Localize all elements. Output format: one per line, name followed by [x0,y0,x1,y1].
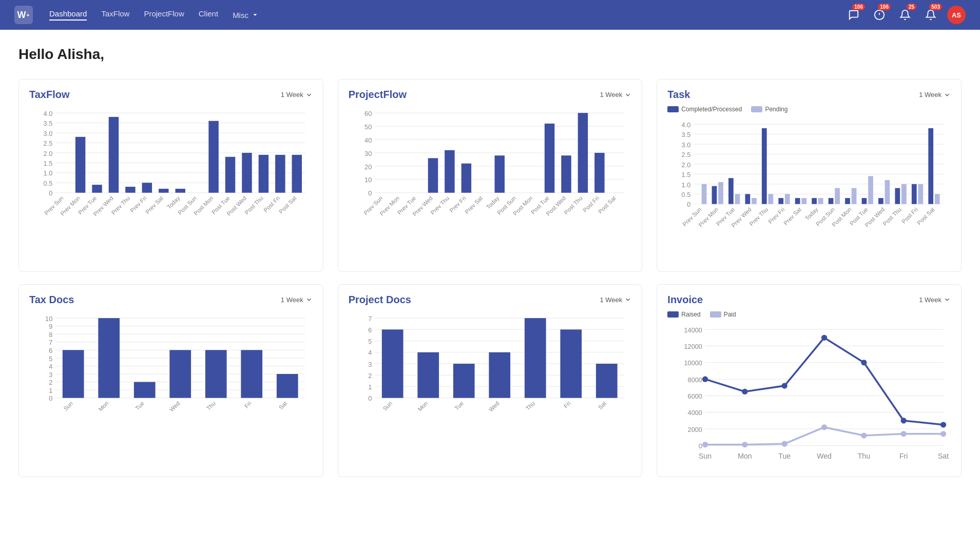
svg-text:7: 7 [368,315,372,323]
svg-text:Wed: Wed [817,452,832,460]
svg-text:Tue: Tue [134,400,145,411]
card-title-invoice: Invoice [667,294,703,306]
main-nav: W+ Dashboard TaxFlow ProjectFlow Client … [0,0,980,30]
bell2-button[interactable]: 503 [921,6,940,24]
svg-text:1: 1 [368,383,372,391]
svg-text:Fri: Fri [563,400,572,409]
chat2-button[interactable]: 106 [870,6,889,24]
period-btn-taxdocs[interactable]: 1 Week [281,296,313,304]
svg-text:Sat: Sat [278,400,289,410]
nav-taxflow[interactable]: TaxFlow [101,9,129,21]
bar-chart: 012345678910SunMonTueWedThuFriSat [29,311,313,456]
bar [208,121,218,193]
user-avatar[interactable]: AS [947,6,966,24]
card-header-projectflow: ProjectFlow1 Week [349,89,632,101]
bar [596,364,618,398]
svg-point-198 [901,418,907,423]
svg-text:1.0: 1.0 [682,181,691,189]
bar [560,329,582,398]
svg-rect-86 [728,178,734,204]
svg-text:Sat: Sat [938,452,949,460]
svg-text:10: 10 [45,315,52,323]
svg-text:Sun: Sun [381,400,393,412]
logo-icon: W+ [14,6,33,24]
svg-rect-92 [762,128,767,204]
bar-chart: 01234567SunMonTueWedThuFriSat [349,311,632,456]
bar [292,155,302,193]
svg-rect-99 [802,198,807,204]
svg-rect-90 [752,198,757,204]
svg-text:4000: 4000 [688,409,702,417]
svg-text:Sat: Sat [597,400,607,410]
svg-rect-104 [829,198,834,204]
svg-text:Post Sat: Post Sat [916,206,936,226]
legend-item: Raised [667,311,700,318]
bar [169,350,191,398]
bar [225,157,235,193]
svg-text:0: 0 [368,394,372,402]
svg-text:1.5: 1.5 [682,171,691,179]
svg-text:Tue: Tue [453,400,465,411]
svg-text:8: 8 [49,331,52,339]
svg-text:6: 6 [49,347,52,354]
period-btn-task[interactable]: 1 Week [919,91,951,98]
period-btn-projectflow[interactable]: 1 Week [600,91,631,98]
nav-misc-label: Misc [233,11,248,19]
svg-text:30: 30 [364,150,372,157]
svg-point-200 [702,442,708,447]
svg-text:4: 4 [368,349,372,357]
legend-task: Completed/ProcessedPending [667,106,951,113]
period-btn-taxflow[interactable]: 1 Week [281,91,313,98]
svg-rect-105 [835,188,840,204]
card-title-taxflow: TaxFlow [29,89,70,101]
svg-text:Prev Thu: Prev Thu [748,206,770,227]
svg-text:3.0: 3.0 [682,141,691,149]
svg-text:Prev Sat: Prev Sat [144,194,165,215]
bell1-badge: 25 [907,4,916,10]
nav-icons: 106 106 25 503 AS [844,6,966,24]
nav-client[interactable]: Client [199,9,218,21]
svg-text:1.0: 1.0 [44,169,53,177]
greeting: Hello Alisha, [18,46,962,63]
svg-point-194 [742,389,748,394]
nav-dashboard[interactable]: Dashboard [49,9,87,21]
nav-projectflow[interactable]: ProjectFlow [144,9,184,21]
svg-text:Today: Today [485,195,500,210]
svg-rect-123 [935,194,940,204]
svg-text:8000: 8000 [688,376,702,384]
svg-text:Wed: Wed [168,400,181,413]
svg-text:2: 2 [368,372,372,380]
line-chart: 02000400060008000100001200014000SunMonTu… [667,322,951,467]
period-btn-projectdocs[interactable]: 1 Week [600,296,631,304]
nav-misc[interactable]: Misc [233,9,259,21]
svg-text:3.0: 3.0 [44,130,53,137]
card-taxflow: TaxFlow1 Week 00.51.01.52.02.53.03.54.0P… [18,79,323,272]
bell1-button[interactable]: 25 [896,6,914,24]
svg-text:3.5: 3.5 [44,120,53,127]
svg-text:0.5: 0.5 [682,191,691,199]
legend-item: Paid [710,311,736,318]
card-invoice: Invoice1 Week RaisedPaid0200040006000800… [657,284,962,477]
svg-text:4.0: 4.0 [682,121,691,129]
period-btn-invoice[interactable]: 1 Week [919,296,951,304]
svg-text:3: 3 [49,371,52,379]
svg-text:Post Thu: Post Thu [244,195,264,215]
bar [142,183,152,192]
svg-text:14000: 14000 [684,326,702,334]
card-title-taxdocs: Tax Docs [29,294,74,306]
svg-text:Post Thu: Post Thu [882,206,902,227]
svg-text:2.0: 2.0 [44,150,53,157]
card-task: Task1 Week Completed/ProcessedPending00.… [657,79,962,272]
logo[interactable]: W+ [14,6,33,24]
svg-text:2.5: 2.5 [682,151,691,159]
chart-area-invoice: 02000400060008000100001200014000SunMonTu… [667,322,951,469]
chat1-button[interactable]: 106 [844,6,863,24]
bar-chart: 00.51.01.52.02.53.03.54.0Prev SunPrev Mo… [29,106,313,251]
svg-point-197 [861,360,867,365]
bar [109,117,119,193]
svg-text:2000: 2000 [688,426,702,433]
svg-text:Sun: Sun [699,452,712,460]
svg-point-195 [782,383,787,388]
bar [578,113,587,193]
svg-point-202 [782,441,787,446]
